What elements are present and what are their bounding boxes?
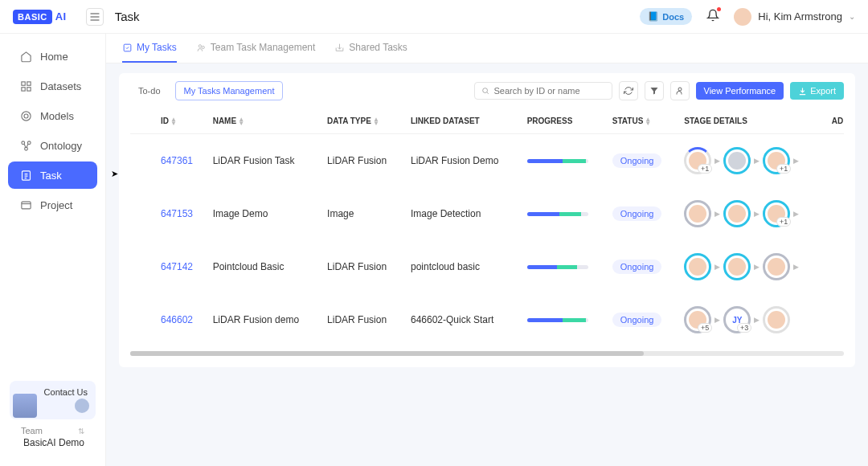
table-scroll[interactable]: ID▲▼ NAME▲▼ DATA TYPE▲▼ LINKED DATASET P…: [130, 108, 844, 346]
table-row[interactable]: 647361LiDAR Fusion TaskLiDAR FusionLiDAR…: [130, 134, 844, 188]
task-id-link[interactable]: 647153: [161, 208, 193, 219]
sidebar-item-models[interactable]: Models: [8, 102, 97, 129]
docs-icon: 📘: [648, 11, 659, 22]
task-name: LiDAR Fusion demo: [207, 293, 321, 346]
stage-circle[interactable]: JY+3: [723, 306, 751, 333]
col-id[interactable]: ID▲▼: [154, 108, 207, 134]
stage-circle[interactable]: +1: [763, 147, 790, 174]
col-linked-dataset[interactable]: LINKED DATASET: [404, 108, 521, 134]
chevron-right-icon: ▶: [714, 263, 720, 271]
task-name: LiDAR Fusion Task: [207, 134, 321, 188]
sidebar-item-datasets[interactable]: Datasets: [8, 72, 97, 100]
sidebar-item-home[interactable]: Home: [8, 43, 97, 70]
filter-button[interactable]: [645, 81, 664, 100]
nav-label: Datasets: [40, 80, 81, 92]
task-id-link[interactable]: 647361: [161, 155, 193, 166]
stage-count-badge: +3: [737, 323, 751, 333]
stage-count-badge: +1: [776, 217, 791, 227]
download-icon: [798, 87, 807, 96]
svg-point-14: [482, 88, 487, 93]
col-admin[interactable]: AD: [825, 108, 844, 134]
assignee-button[interactable]: [670, 81, 690, 100]
docs-button[interactable]: 📘 Docs: [640, 8, 692, 25]
col-stage-details[interactable]: STAGE DETAILS: [678, 108, 825, 134]
stage-circle[interactable]: +1: [763, 200, 790, 227]
user-menu[interactable]: Hi, Kim Armstrong ⌄: [734, 8, 855, 26]
chevron-right-icon: ▶: [793, 263, 799, 271]
stage-count-badge: +5: [698, 323, 712, 333]
search-box[interactable]: [474, 82, 612, 100]
search-input[interactable]: [494, 86, 605, 96]
table-row[interactable]: 646602LiDAR Fusion demoLiDAR Fusion64660…: [130, 293, 844, 346]
task-data-type: Image: [321, 187, 404, 240]
tab-icon: [122, 43, 133, 53]
stage-circle[interactable]: [763, 253, 790, 280]
chevron-right-icon: ▶: [754, 157, 760, 165]
col-data-type[interactable]: DATA TYPE▲▼: [321, 108, 404, 134]
table-row[interactable]: 647142Pointcloud BasicLiDAR Fusionpointc…: [130, 240, 844, 293]
col-progress[interactable]: PROGRESS: [521, 108, 606, 134]
task-data-type: LiDAR Fusion: [321, 134, 404, 188]
stage-circle[interactable]: +1: [684, 147, 711, 174]
tab-icon: [196, 43, 207, 53]
refresh-button[interactable]: [619, 81, 638, 100]
chevron-right-icon: ▶: [714, 316, 720, 324]
tab-my-tasks[interactable]: My Tasks: [122, 34, 177, 63]
notification-dot: [717, 7, 721, 11]
stage-circle[interactable]: [684, 200, 711, 227]
menu-icon: [90, 13, 100, 21]
svg-rect-0: [21, 81, 24, 84]
stage-avatar: [689, 205, 706, 223]
sidebar-item-project[interactable]: Project: [8, 191, 97, 219]
col-status[interactable]: STATUS▲▼: [606, 108, 678, 134]
chevron-right-icon: ▶: [793, 157, 799, 165]
models-icon: [19, 109, 32, 122]
stage-circle[interactable]: +5: [684, 306, 711, 333]
contact-us-label: Contact Us: [44, 387, 88, 397]
nav-label: Home: [40, 51, 68, 63]
stage-details: +1▶▶+1▶: [684, 147, 818, 174]
stage-circle[interactable]: [763, 306, 790, 333]
stage-avatar: [728, 152, 746, 170]
tab-team-task-management[interactable]: Team Task Management: [196, 34, 316, 63]
col-name[interactable]: NAME▲▼: [207, 108, 321, 134]
logo[interactable]: BASIC AI: [13, 10, 67, 24]
status-badge: Ongoing: [612, 153, 662, 168]
chevron-right-icon: ▶: [754, 316, 760, 324]
table-row[interactable]: 647153Image DemoImageImage DetectionOngo…: [130, 187, 844, 240]
scrollbar-thumb[interactable]: [130, 351, 644, 356]
svg-rect-3: [27, 87, 30, 90]
sidebar-toggle-button[interactable]: [86, 8, 104, 26]
stage-circle[interactable]: [723, 147, 751, 174]
svg-point-8: [24, 147, 27, 150]
my-tasks-mgmt-pill[interactable]: My Tasks Management: [175, 81, 284, 100]
notifications-button[interactable]: [706, 9, 719, 25]
view-performance-button[interactable]: View Performance: [696, 82, 784, 100]
todo-pill[interactable]: To-do: [130, 82, 169, 100]
status-badge: Ongoing: [612, 313, 662, 327]
contact-us-card[interactable]: Contact Us: [10, 381, 96, 419]
svg-point-5: [24, 114, 28, 118]
task-id-link[interactable]: 646602: [161, 314, 193, 325]
progress-bar: [527, 212, 588, 216]
sidebar-item-ontology[interactable]: Ontology: [8, 132, 97, 159]
home-icon: [19, 50, 32, 63]
team-name[interactable]: BasicAI Demo: [21, 437, 84, 448]
stage-avatar: [768, 258, 785, 276]
stage-circle[interactable]: [684, 253, 711, 280]
stage-count-badge: +1: [698, 164, 712, 174]
progress-bar: [527, 159, 588, 163]
task-id-link[interactable]: 647142: [161, 261, 193, 272]
task-name: Pointcloud Basic: [207, 240, 321, 293]
horizontal-scrollbar[interactable]: [130, 351, 844, 356]
export-button[interactable]: Export: [790, 82, 844, 100]
team-sort-icon[interactable]: ⇅: [78, 427, 84, 435]
status-badge: Ongoing: [612, 260, 662, 274]
sidebar-item-task[interactable]: Task: [8, 161, 97, 189]
stage-circle[interactable]: [723, 200, 751, 227]
tab-shared-tasks[interactable]: Shared Tasks: [334, 34, 407, 63]
datasets-icon: [19, 80, 32, 92]
stage-circle[interactable]: [723, 253, 751, 280]
tasks-table: ID▲▼ NAME▲▼ DATA TYPE▲▼ LINKED DATASET P…: [130, 108, 844, 346]
search-icon: [481, 86, 489, 96]
